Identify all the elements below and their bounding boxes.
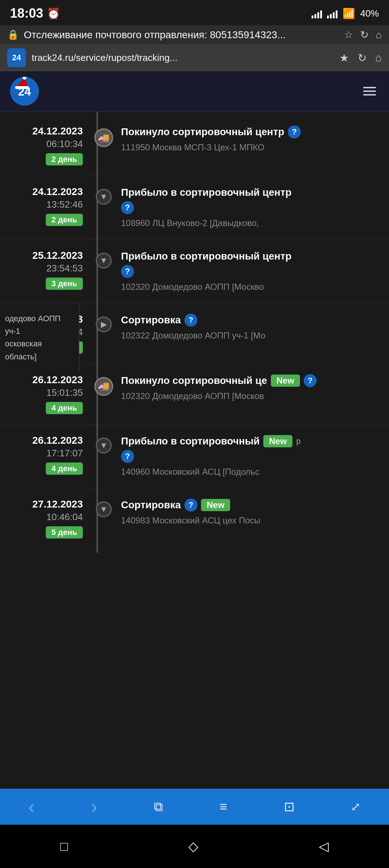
browser-page-title[interactable]: Отслеживание почтового отправления: 8051… <box>24 29 339 41</box>
new-badge: New <box>271 375 300 387</box>
item-title-row: Покинуло сортировочный це New ? <box>121 374 382 387</box>
alarm-icon: ⏰ <box>47 7 60 20</box>
tracking-container: 24.12.2023 06:10:34 2 день 🚚 Покинуло со… <box>0 112 389 553</box>
item-date: 24.12.2023 <box>7 125 83 137</box>
tooltip-text-line1: одедово АОПП уч-1 <box>5 312 74 337</box>
timeline-node: ▼ <box>94 438 114 453</box>
page-header: 24 <box>0 71 389 112</box>
address-star-icon[interactable]: ★ <box>339 52 349 64</box>
address-bar[interactable]: 24 track24.ru/service/rupost/tracking...… <box>0 45 389 71</box>
day-badge: 4 день <box>46 402 83 414</box>
tracking-item: одедово АОПП уч-1 осковская область] 25.… <box>0 304 389 364</box>
help-icon[interactable]: ? <box>304 374 317 387</box>
help-icon[interactable]: ? <box>288 125 301 138</box>
day-badge: 2 день <box>46 214 83 226</box>
item-time: 23:54:53 <box>7 263 83 274</box>
day-badge: 2 день <box>46 153 83 165</box>
back-button[interactable]: ‹ <box>28 796 34 818</box>
item-date: 25.12.2023 <box>7 250 83 261</box>
address-text[interactable]: track24.ru/service/rupost/tracking... <box>32 52 334 63</box>
tracking-item: 27.12.2023 10:46:04 5 день ▼ Сортировка … <box>0 488 389 549</box>
time-display: 18:03 <box>10 6 43 21</box>
help-icon[interactable]: ? <box>121 265 134 278</box>
site-logo: 24 <box>7 48 26 67</box>
tracking-item: 24.12.2023 06:10:34 2 день 🚚 Покинуло со… <box>0 115 389 176</box>
item-title-row: Сортировка ? New <box>121 499 382 511</box>
home-button[interactable]: ◇ <box>188 839 198 854</box>
day-badge: 4 день <box>46 462 83 475</box>
timeline-node: ▼ <box>94 253 114 269</box>
item-title-row: Покинуло сортировочный центр ? <box>121 125 382 138</box>
timeline-node: 🚚 <box>94 377 114 396</box>
item-date: 27.12.2023 <box>7 499 83 510</box>
tracking-item: 26.12.2023 17:17:07 4 день ▼ Прибыло в с… <box>0 425 389 488</box>
item-details: Сортировка ? New 140983 Московский АСЦ ц… <box>114 499 382 527</box>
browser-top-icons: ☆ ↻ ⌂ <box>344 29 382 41</box>
address-bar-icons: ★ ↻ ⌂ <box>339 52 382 64</box>
item-details: Прибыло в сортировочный New р ? 140960 М… <box>114 435 382 478</box>
tracking-item: 26.12.2023 15:01:35 4 день 🚚 Покинуло со… <box>0 364 389 425</box>
event-title: Сортировка <box>121 499 181 511</box>
timeline-node: ▶ <box>94 316 114 332</box>
event-title: Прибыло в сортировочный центр <box>121 250 291 263</box>
event-title: Сортировка <box>121 314 181 327</box>
down-icon: ▼ <box>96 438 112 453</box>
svg-rect-3 <box>15 86 29 89</box>
help-icon[interactable]: ? <box>184 314 197 327</box>
status-right: 📶 40% <box>312 8 379 19</box>
event-address: 140960 Московский АСЦ [Подольс <box>121 466 382 478</box>
tooltip-text-line2: осковская область] <box>5 337 74 363</box>
back-button[interactable]: ◁ <box>319 839 329 854</box>
timeline-node: 🚚 <box>94 128 114 147</box>
event-address: 108960 ЛЦ Внуково-2 [Давыдково, <box>121 217 382 229</box>
star-button[interactable]: ☆ <box>344 29 353 41</box>
menu-button[interactable] <box>360 84 379 98</box>
recents-button[interactable]: □ <box>60 839 68 854</box>
address-refresh-icon[interactable]: ↻ <box>358 52 367 64</box>
refresh-button[interactable]: ↻ <box>360 29 368 41</box>
help-icon[interactable]: ? <box>184 499 197 511</box>
item-date-section: 24.12.2023 13:52:46 2 день <box>7 186 94 226</box>
truck-icon: 🚚 <box>94 128 113 147</box>
truck-icon: 🚚 <box>94 377 113 396</box>
expand-button[interactable]: ⤢ <box>351 800 361 814</box>
bottom-spacer <box>0 553 389 632</box>
down-icon: ▼ <box>96 253 112 269</box>
forward-button[interactable]: › <box>91 796 97 818</box>
address-home-icon[interactable]: ⌂ <box>375 52 382 64</box>
item-details: Прибыло в сортировочный центр ? 102320 Д… <box>114 250 382 293</box>
bookmark-button[interactable]: ⊡ <box>284 799 295 814</box>
item-details: Покинуло сортировочный це New ? 102320 Д… <box>114 374 382 402</box>
timeline-node: ▼ <box>94 501 114 517</box>
tracking-item: 25.12.2023 23:54:53 3 день ▼ Прибыло в с… <box>0 240 389 304</box>
item-date-section: 26.12.2023 17:17:07 4 день <box>7 435 94 475</box>
p-letter: р <box>296 437 300 446</box>
item-title-row: Прибыло в сортировочный центр <box>121 250 382 263</box>
item-date-section: 27.12.2023 10:46:04 5 день <box>7 499 94 539</box>
item-date-section: 26.12.2023 15:01:35 4 день <box>7 374 94 414</box>
event-title: Покинуло сортировочный центр <box>121 125 284 138</box>
signal-bars <box>312 8 322 18</box>
event-address: 102322 Домодедово АОПП уч-1 [Мо <box>121 329 382 342</box>
tracking-item: 24.12.2023 13:52:46 2 день ▼ Прибыло в с… <box>0 176 389 240</box>
tooltip-left-overlay: одедово АОПП уч-1 осковская область] <box>0 304 79 372</box>
item-date: 26.12.2023 <box>7 374 83 386</box>
help-icon[interactable]: ? <box>121 450 134 463</box>
home-button[interactable]: ⌂ <box>376 29 382 41</box>
item-details: Прибыло в сортировочный центр ? 108960 Л… <box>114 186 382 229</box>
event-title: Покинуло сортировочный це <box>121 374 267 387</box>
logo-wrapper: 24 <box>10 77 39 106</box>
android-nav-bar: □ ◇ ◁ <box>0 825 389 868</box>
help-icon[interactable]: ? <box>121 201 134 214</box>
site-brand-logo: 24 <box>10 77 39 106</box>
down-icon: ▼ <box>96 501 112 517</box>
event-address: 140983 Московский АСЦ цех Посы <box>121 514 382 527</box>
menu-button[interactable]: ≡ <box>220 799 227 814</box>
event-title: Прибыло в сортировочный центр <box>121 186 291 199</box>
timeline-node: ▼ <box>94 189 114 205</box>
tabs-button[interactable]: ⧉ <box>154 799 163 814</box>
event-address: 102320 Домодедово АОПП [Москов <box>121 390 382 402</box>
item-time: 13:52:46 <box>7 199 83 210</box>
item-date-section: 25.12.2023 23:54:53 3 день <box>7 250 94 290</box>
item-time: 15:01:35 <box>7 387 83 398</box>
